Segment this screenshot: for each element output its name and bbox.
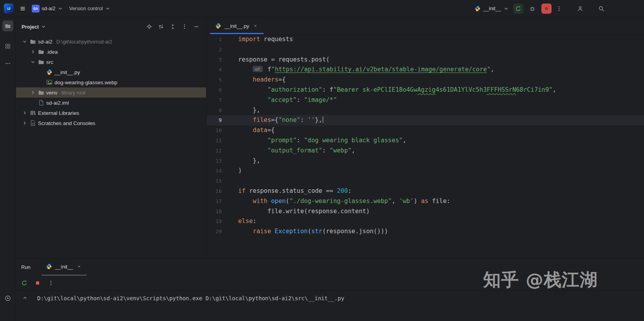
code-line-5[interactable]: 5 headers={	[207, 75, 644, 85]
user-account-icon[interactable]	[577, 5, 584, 12]
code-line-6[interactable]: 6 "authorization": f"Bearer sk-ePClIE18o…	[207, 85, 644, 95]
code-line-3[interactable]: 3response = requests.post(	[207, 55, 644, 65]
project-avatar: SA	[32, 5, 40, 13]
code-line-19[interactable]: 19else:	[207, 216, 644, 227]
vcs-label: Version control	[69, 5, 103, 11]
stop-icon[interactable]	[34, 279, 41, 287]
structure-tool-button[interactable]	[2, 41, 13, 52]
run-tab[interactable]: __init__	[42, 258, 87, 276]
project-tool-button[interactable]	[2, 20, 13, 31]
line-number[interactable]: 8	[207, 105, 238, 116]
collapse-all-icon[interactable]	[169, 23, 176, 30]
hide-panel-icon[interactable]	[193, 23, 200, 30]
code-token	[238, 198, 253, 205]
line-number[interactable]: 12	[207, 146, 238, 156]
code-line-13[interactable]: 13 },	[207, 156, 644, 166]
code-token: open	[271, 198, 286, 205]
tree-item-sd-ai2-iml[interactable]: sd-ai2.iml	[16, 98, 206, 108]
code-line-15[interactable]: 15	[207, 176, 644, 186]
tree-item-label: External Libraries	[38, 110, 79, 116]
code-line-17[interactable]: 17 with open("./dog-wearing-glasses.webp…	[207, 196, 644, 207]
line-number[interactable]: 2	[207, 45, 238, 55]
code-line-20[interactable]: 20 raise Exception(str(response.json()))	[207, 227, 644, 237]
bottom-tool-button[interactable]	[2, 293, 13, 304]
tree-item--idea[interactable]: .idea	[16, 47, 206, 57]
more-tool-windows-button[interactable]	[2, 58, 13, 69]
code-token: "dog wearing black glasses"	[304, 137, 403, 144]
chevron-right-icon[interactable]	[22, 109, 28, 116]
close-tab-icon[interactable]	[252, 22, 259, 29]
vcs-widget[interactable]: Version control	[69, 5, 111, 12]
tree-item-dog-wearing-glasses-webp[interactable]: dog-wearing-glasses.webp	[16, 77, 206, 87]
rerun-button[interactable]	[513, 4, 523, 14]
tree-item--init-py[interactable]: __init__.py	[16, 67, 206, 77]
line-number[interactable]: 19	[207, 216, 238, 227]
tree-item-sd-ai2[interactable]: sd-ai2D:\git\local\python\sd-ai2	[16, 36, 206, 47]
code-line-14[interactable]: 14)	[207, 166, 644, 176]
debug-button[interactable]	[527, 4, 537, 14]
tree-item-label: sd-ai2	[38, 39, 52, 45]
line-number[interactable]: 3	[207, 55, 238, 65]
chevron-spacer	[38, 79, 44, 86]
play-circle-icon	[4, 295, 11, 302]
chevron-down-icon[interactable]	[40, 23, 47, 30]
search-icon[interactable]	[598, 5, 605, 12]
locate-file-icon[interactable]	[146, 23, 153, 30]
code-line-18[interactable]: 18 file.write(response.content)	[207, 207, 644, 217]
chevron-right-icon[interactable]	[22, 120, 28, 127]
more-options-icon[interactable]	[47, 279, 54, 287]
code-line-8[interactable]: 8 },	[207, 105, 644, 116]
line-number[interactable]: 13	[207, 156, 238, 166]
code-line-16[interactable]: 16if response.status_code == 200:	[207, 186, 644, 196]
chevron-up-icon[interactable]	[22, 294, 29, 301]
line-number[interactable]: 11	[207, 136, 238, 146]
code-line-1[interactable]: 1import requests	[207, 34, 644, 45]
line-number[interactable]: 6	[207, 85, 238, 95]
line-number[interactable]: 15	[207, 176, 238, 186]
options-menu-icon[interactable]	[181, 23, 188, 30]
rerun-icon[interactable]	[21, 279, 28, 287]
line-number[interactable]: 7	[207, 95, 238, 105]
line-number[interactable]: 20	[207, 227, 238, 237]
line-number[interactable]: 16	[207, 186, 238, 196]
code-line-10[interactable]: 10 data={	[207, 125, 644, 136]
line-number[interactable]: 18	[207, 207, 238, 217]
chevron-down-icon	[503, 5, 509, 12]
tree-item-external-libraries[interactable]: External Libraries	[16, 108, 206, 118]
chevron-right-icon[interactable]	[30, 48, 36, 55]
more-actions-icon[interactable]	[555, 5, 563, 12]
code-line-11[interactable]: 11 "prompt": "dog wearing black glasses"…	[207, 136, 644, 146]
code-token: },	[315, 116, 322, 123]
code-line-2[interactable]: 2	[207, 45, 644, 55]
run-config-widget[interactable]: __init__	[474, 5, 509, 12]
line-number[interactable]: 9	[207, 115, 238, 125]
code-line-9[interactable]: 9 files={"none": ''},	[207, 115, 644, 125]
code-area[interactable]: 1import requests23response = requests.po…	[207, 34, 644, 258]
chevron-right-icon[interactable]	[30, 89, 36, 96]
code-token: :	[300, 116, 308, 123]
code-line-7[interactable]: 7 "accept": "image/*"	[207, 95, 644, 105]
console[interactable]: D:\git\local\python\sd-ai2\venv\Scripts\…	[16, 290, 644, 321]
project-widget[interactable]: SA sd-ai2	[32, 5, 63, 13]
line-number[interactable]: 10	[207, 125, 238, 136]
line-number[interactable]: 4	[207, 65, 238, 75]
code-line-12[interactable]: 12 "output_format": "webp",	[207, 146, 644, 156]
main-menu-icon[interactable]	[19, 5, 26, 12]
tree-item-src[interactable]: src	[16, 57, 206, 67]
tree-item-scratches-and-consoles[interactable]: Scratches and Consoles	[16, 118, 206, 128]
line-number[interactable]: 5	[207, 75, 238, 85]
close-tab-icon[interactable]	[76, 263, 83, 270]
line-number[interactable]: 17	[207, 196, 238, 207]
tree-item-venv[interactable]: venvlibrary root	[16, 87, 206, 98]
code-line-4[interactable]: 4 url: f"https://api.stability.ai/v2beta…	[207, 65, 644, 75]
stop-button[interactable]	[541, 4, 552, 14]
code-token: ,	[403, 137, 406, 144]
line-number[interactable]: 14	[207, 166, 238, 176]
arrows-up-down-icon[interactable]	[157, 23, 165, 30]
chevron-down-icon[interactable]	[30, 58, 36, 65]
chevron-down-icon[interactable]	[22, 38, 28, 45]
line-number[interactable]: 1	[207, 34, 238, 45]
editor-tab[interactable]: __init__.py	[210, 18, 264, 34]
project-panel-title[interactable]: Project	[22, 24, 39, 30]
code-token: 68rCi7in9"	[516, 86, 552, 93]
